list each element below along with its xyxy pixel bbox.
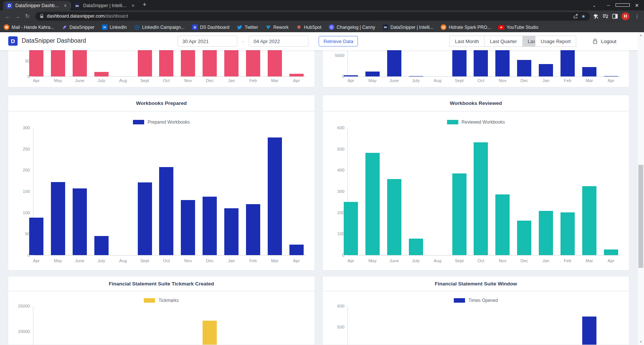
y-axis-tick-label: 100 bbox=[323, 231, 344, 236]
date-from-input[interactable]: 30 Apr 2021 bbox=[177, 36, 237, 47]
rocket-icon bbox=[61, 24, 67, 30]
x-axis-month-label: Apr bbox=[288, 78, 306, 83]
lock-icon bbox=[40, 14, 44, 18]
page-scrollbar[interactable]: ▲ ▼ bbox=[638, 32, 644, 345]
bar-oct-top_left_partial bbox=[159, 50, 173, 76]
hidrate-icon bbox=[441, 24, 446, 30]
x-axis-month-label: Oct bbox=[157, 258, 175, 263]
x-axis-month-label: Mar bbox=[580, 78, 598, 83]
bar-dec-workbooks_reviewed bbox=[517, 221, 531, 255]
back-icon[interactable]: ← bbox=[3, 13, 13, 19]
bookmark-item[interactable]: DataSnipper bbox=[61, 24, 94, 30]
bar-apr-top_right_partial bbox=[344, 75, 358, 76]
y-axis-tick-label: 500 bbox=[323, 325, 344, 329]
browser-tab-strip: DDataSnipper Dashboard✕dsDataSnipper | I… bbox=[0, 0, 644, 10]
bar-may-top_left_partial bbox=[51, 50, 65, 76]
x-axis-month-label: Sept bbox=[136, 78, 154, 83]
bar-may-workbooks_reviewed bbox=[365, 153, 380, 255]
logout-button[interactable]: Logout bbox=[593, 36, 616, 47]
x-axis-month-label: Sept bbox=[450, 78, 468, 83]
bar-oct-top_right_partial bbox=[474, 50, 488, 76]
scrollbar-up-arrow-icon[interactable]: ▲ bbox=[638, 34, 644, 36]
range-button-last-month[interactable]: Last Month bbox=[449, 36, 484, 47]
x-axis-line bbox=[347, 255, 621, 255]
bar-june-top_right_partial bbox=[387, 50, 401, 76]
new-tab-button[interactable]: + bbox=[143, 1, 146, 8]
side-panel-icon[interactable] bbox=[612, 14, 618, 19]
share-icon[interactable] bbox=[573, 13, 578, 19]
chart-card-workbooks-prepared: Workbooks Prepared Prepared Workbooks 30… bbox=[8, 95, 315, 270]
x-axis-month-label: July bbox=[92, 258, 110, 263]
bar-nov-top_left_partial bbox=[181, 50, 195, 76]
bar-dec-top_right_partial bbox=[517, 60, 531, 76]
bookmark-item[interactable]: dsDataSnipper | Intelli... bbox=[383, 24, 434, 30]
bookmark-item[interactable]: LinkedIn Campaign... bbox=[134, 24, 184, 30]
bar-jan-workbooks_prepared bbox=[224, 208, 239, 255]
bookmark-label: YouTube Studio bbox=[507, 25, 538, 30]
bookmark-item[interactable]: YouTube Studio bbox=[498, 25, 538, 30]
window-close-icon[interactable]: ✕ bbox=[630, 3, 644, 8]
y-axis-tick-label: 50 bbox=[8, 231, 30, 236]
usage-report-button[interactable]: Usage Report bbox=[535, 36, 576, 47]
reload-icon[interactable]: ↻ bbox=[22, 13, 32, 19]
address-bar[interactable]: dashboard.datasnipper.com/dashboard ★ bbox=[35, 12, 590, 21]
bookmark-item[interactable]: DDS Dashboard bbox=[192, 24, 230, 30]
bar-mar-workbooks_prepared bbox=[268, 137, 282, 255]
bar-apr-top_left_partial bbox=[289, 74, 304, 76]
window-minimize-icon[interactable]: ─ bbox=[601, 3, 616, 7]
browser-tab[interactable]: DDataSnipper Dashboard✕ bbox=[3, 1, 70, 10]
ds-dashboard-icon: D bbox=[192, 24, 198, 30]
x-axis-month-label: Oct bbox=[472, 258, 490, 263]
x-axis-month-label: Apr bbox=[342, 78, 360, 83]
retrieve-data-button[interactable]: Retrieve Data bbox=[319, 36, 358, 46]
bookmark-item[interactable]: Hidrate Spark PRO... bbox=[441, 24, 491, 30]
bar-chart-workbooks-reviewed: 6005004003002001000AprMayJuneJulyAugSept… bbox=[323, 95, 629, 270]
range-button-last-quarter[interactable]: Last Quarter bbox=[484, 36, 522, 47]
bar-jan-top_right_partial bbox=[539, 64, 553, 76]
scrollbar-down-arrow-icon[interactable]: ▼ bbox=[638, 341, 644, 343]
tab-title: DataSnipper Dashboard bbox=[15, 3, 61, 8]
forward-icon[interactable]: → bbox=[13, 13, 22, 19]
bar-jan-top_left_partial bbox=[224, 50, 239, 76]
x-axis-month-label: Feb bbox=[244, 258, 262, 263]
bar-apr-workbooks_reviewed bbox=[604, 249, 618, 255]
browser-menu-kebab-icon[interactable]: ⋮ bbox=[633, 13, 641, 19]
chart-card-top-left-partial: 500AprMayJuneJulyAugSeptOctNovDecJanFebM… bbox=[8, 50, 315, 87]
x-axis-month-label: Apr bbox=[602, 258, 620, 263]
y-axis-tick-label: 150 bbox=[8, 189, 30, 194]
extensions-puzzle-icon[interactable] bbox=[593, 13, 599, 19]
date-to-input[interactable]: 04 Apr 2022 bbox=[249, 36, 309, 47]
bookmark-item[interactable]: CChangelog | Canny bbox=[329, 24, 375, 30]
bar-mar-top_left_partial bbox=[268, 50, 282, 76]
window-restore-icon[interactable] bbox=[616, 3, 630, 7]
bar-oct-workbooks_reviewed bbox=[474, 142, 488, 255]
y-axis-line bbox=[347, 50, 348, 76]
dashboard-page: D DataSnipper Dashboard 30 Apr 2021 - 04… bbox=[0, 32, 644, 345]
scrollbar-thumb[interactable] bbox=[638, 165, 643, 268]
bookmark-item[interactable]: Rework bbox=[265, 24, 289, 30]
playlist-icon[interactable] bbox=[602, 13, 608, 19]
chart-card-fss-window: Financial Statement Suite Window Times O… bbox=[322, 276, 629, 345]
profile-avatar[interactable]: H bbox=[622, 12, 629, 20]
x-axis-month-label: Nov bbox=[179, 78, 197, 83]
y-axis-tick-label: 25000 bbox=[8, 304, 30, 308]
bar-apr-top_left_partial bbox=[29, 50, 43, 76]
x-axis-month-label: Dec bbox=[515, 78, 533, 83]
bookmark-item[interactable]: Twitter bbox=[237, 24, 258, 30]
x-axis-month-label: May bbox=[364, 258, 382, 263]
tab-close-icon[interactable]: ✕ bbox=[64, 3, 67, 8]
bookmark-item[interactable]: ✳HubSpot bbox=[296, 24, 322, 30]
tab-close-icon[interactable]: ✕ bbox=[131, 3, 135, 8]
browser-tab[interactable]: dsDataSnipper | Intelligent Audit Pl✕ bbox=[71, 1, 138, 10]
x-axis-month-label: Dec bbox=[515, 258, 533, 263]
bar-july-workbooks_reviewed bbox=[409, 239, 423, 255]
bar-chart-fss-tickmark: 2500020000 bbox=[8, 276, 315, 345]
bookmark-item[interactable]: inLinkedIn bbox=[102, 24, 127, 30]
bookmark-star-icon[interactable]: ★ bbox=[581, 13, 586, 19]
x-axis-month-label: Sept bbox=[136, 258, 154, 263]
bookmark-item[interactable]: ✉Mail - Hande Kahra... bbox=[4, 24, 54, 30]
x-axis-line bbox=[33, 76, 306, 77]
window-menu-chevron-icon[interactable]: ⌄ bbox=[587, 3, 601, 8]
bar-may-workbooks_prepared bbox=[51, 182, 65, 255]
bar-apr-workbooks_prepared bbox=[29, 218, 43, 255]
